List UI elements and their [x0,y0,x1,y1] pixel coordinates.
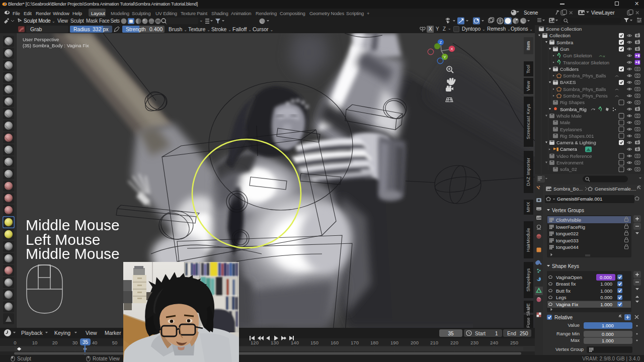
svg-text:1.000: 1.000 [600,302,612,307]
svg-text:50: 50 [112,340,118,345]
svg-text:160: 160 [331,340,339,345]
svg-text:BAKES: BAKES [560,79,576,85]
svg-text:Range Min: Range Min [556,331,580,336]
svg-text:35: 35 [448,331,454,336]
svg-text:1.000: 1.000 [602,323,614,328]
svg-text:Max: Max [571,337,580,343]
svg-text:Whole Male: Whole Male [556,113,582,119]
svg-text:Y: Y [443,55,446,59]
svg-text:190: 190 [390,340,398,345]
svg-text:1.000: 1.000 [602,338,614,343]
svg-text:35: 35 [83,339,89,345]
svg-text:Sombra_Phys_Balls: Sombra_Phys_Balls [563,73,606,78]
svg-text:Value: Value [568,322,580,328]
svg-text:220: 220 [450,340,458,345]
svg-text:View: View [86,330,97,336]
svg-text:Playback: Playback [21,330,43,336]
svg-text:User Perspective: User Perspective [23,37,59,42]
svg-text:Sombra: Sombra [556,40,574,45]
svg-text:Keying: Keying [54,330,70,336]
svg-text:1.000: 1.000 [600,288,612,294]
svg-text:tongue033: tongue033 [556,238,579,243]
svg-text:End: End [507,331,516,336]
svg-text:ClothVisible: ClothVisible [556,217,581,223]
svg-text:lowerFaceRig: lowerFaceRig [556,224,585,230]
svg-text:Camera: Camera [560,146,578,152]
svg-text:ViewLayer: ViewLayer [591,10,615,16]
svg-text:10: 10 [32,340,38,345]
svg-text:20: 20 [52,340,58,345]
svg-text:Eyelasnes: Eyelasnes [560,127,582,132]
svg-text:Scene Collection: Scene Collection [546,26,582,32]
svg-text:230: 230 [470,340,478,345]
svg-text:Male: Male [560,120,571,125]
svg-text:Sombra_Rig: Sombra_Rig [560,107,587,112]
svg-text:tongue022: tongue022 [556,231,579,236]
svg-text:Genesis8Female....: Genesis8Female.... [595,186,636,192]
svg-text:Scene: Scene [524,10,538,16]
svg-text:Collection: Collection [549,33,571,38]
svg-text:Vertex Group: Vertex Group [555,346,584,352]
svg-text:Marker: Marker [105,330,121,336]
svg-text:0.000: 0.000 [600,295,612,300]
svg-text:(35) Sombra_Body : Vagina Fix: (35) Sombra_Body : Vagina Fix [23,43,89,48]
svg-text:Genesis8Female.001: Genesis8Female.001 [557,196,602,202]
svg-text:Colliders: Colliders [560,66,579,72]
svg-text:0.000: 0.000 [602,331,614,337]
svg-text:VaginaOpen: VaginaOpen [556,275,582,280]
svg-text:1.000: 1.000 [600,281,612,287]
svg-text:Sombra_Phys_Penis: Sombra_Phys_Penis [563,93,608,99]
svg-text:250: 250 [510,340,518,345]
svg-text:210: 210 [430,340,438,345]
svg-text:240: 240 [490,340,498,345]
svg-text:40: 40 [92,340,98,345]
svg-text:Legs: Legs [556,295,567,300]
svg-text:170: 170 [351,340,359,345]
svg-text:tongue044: tongue044 [556,244,579,250]
svg-text:Environment: Environment [556,160,584,165]
svg-text:Translocator Skeleton: Translocator Skeleton [563,60,609,65]
svg-text:Breast fix: Breast fix [556,281,576,287]
svg-text:140: 140 [291,340,299,345]
svg-text:Video Reference: Video Reference [556,153,592,159]
svg-text:sofa_02: sofa_02 [560,166,577,172]
svg-text:150: 150 [310,340,318,345]
svg-text:0.000: 0.000 [600,275,612,280]
svg-text:Vagina Fix: Vagina Fix [556,302,578,307]
svg-text:Vertex Groups: Vertex Groups [552,208,584,213]
svg-text:X: X [450,47,453,51]
svg-text:Sculpt: Sculpt [17,356,31,361]
svg-text:180: 180 [370,340,378,345]
svg-text:Relative: Relative [554,315,573,320]
svg-text:Butt fix: Butt fix [556,288,571,294]
svg-text:200: 200 [411,340,419,345]
svg-text:0: 0 [14,340,16,345]
svg-text:1: 1 [495,331,498,336]
svg-text:Rotate View: Rotate View [93,356,120,361]
svg-text:Camera & Lighting: Camera & Lighting [556,140,596,145]
svg-text:Gun: Gun [560,46,569,52]
svg-text:Gun Skeleton: Gun Skeleton [563,53,592,58]
svg-text:Sombra_Phys_Balls: Sombra_Phys_Balls [563,86,606,92]
svg-text:VRAM: 2.9/8.0 GiB | 3.4.0: VRAM: 2.9/8.0 GiB | 3.4.0 [582,356,640,361]
svg-text:250: 250 [520,331,528,336]
svg-text:30: 30 [72,340,78,345]
svg-text:Rig Shapes.001: Rig Shapes.001 [560,133,594,139]
svg-text:Shape Keys: Shape Keys [552,263,579,269]
svg-text:120: 120 [251,340,259,345]
svg-text:Z: Z [440,40,442,45]
svg-text:Middle Mouse: Middle Mouse [26,245,120,262]
svg-text:Sombra_Bo...: Sombra_Bo... [553,186,583,192]
svg-text:130: 130 [271,340,279,345]
svg-text:Start: Start [475,331,486,336]
svg-text:Rig Shapes: Rig Shapes [560,100,585,105]
